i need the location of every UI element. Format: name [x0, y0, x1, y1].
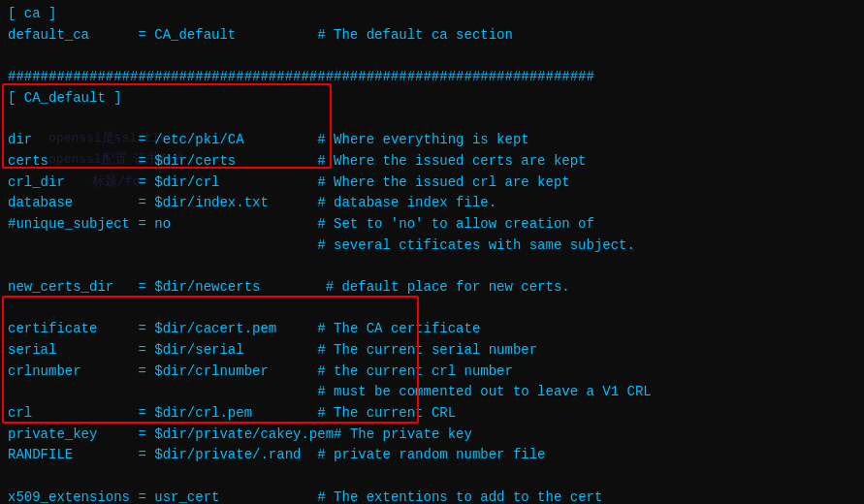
line-crl-dir: crl_dir = $dir/crl # Where the issued cr…: [8, 173, 856, 194]
line-serial: serial = $dir/serial # The current seria…: [8, 340, 856, 362]
line-blank-4: [8, 299, 856, 320]
line-comment-several: # several ctificates with same subject.: [8, 236, 856, 257]
line-certificate: certificate = $dir/cacert.pem # The CA c…: [8, 319, 856, 340]
line-new-certs-dir: new_certs_dir = $dir/newcerts # default …: [8, 277, 856, 299]
line-blank-2: [8, 109, 856, 130]
line-crlnumber: crlnumber = $dir/crlnumber # the current…: [8, 362, 856, 383]
line-comment-v1crl: # must be commented out to leave a V1 CR…: [8, 382, 856, 403]
line-unique-subject: #unique_subject = no # Set to 'no' to al…: [8, 214, 856, 236]
line-blank-3: [8, 256, 856, 277]
line-default-ca: default_ca = CA_default # The default ca…: [8, 25, 856, 47]
line-blank-1: [8, 46, 856, 67]
line-randfile: RANDFILE = $dir/private/.rand # private …: [8, 445, 856, 466]
line-ca-section: [ ca ]: [8, 4, 856, 25]
line-divider: ########################################…: [8, 67, 856, 88]
line-certs: certs = $dir/certs # Where the issued ce…: [8, 151, 856, 173]
line-private-key: private_key = $dir/private/cakey.pem # T…: [8, 425, 856, 446]
line-crl: crl = $dir/crl.pem # The current CRL: [8, 403, 856, 425]
line-ca-default-section: [ CA_default ]: [8, 88, 856, 110]
line-blank-5: [8, 466, 856, 488]
line-x509-extensions: x509_extensions = usr_cert # The extenti…: [8, 488, 856, 504]
terminal-content: openssl是ssl/tls openssl配置 证书存放 标题/fo [ c…: [0, 0, 864, 504]
line-database: database = $dir/index.txt # database ind…: [8, 193, 856, 214]
line-dir: dir = /etc/pki/CA # Where everything is …: [8, 130, 856, 151]
